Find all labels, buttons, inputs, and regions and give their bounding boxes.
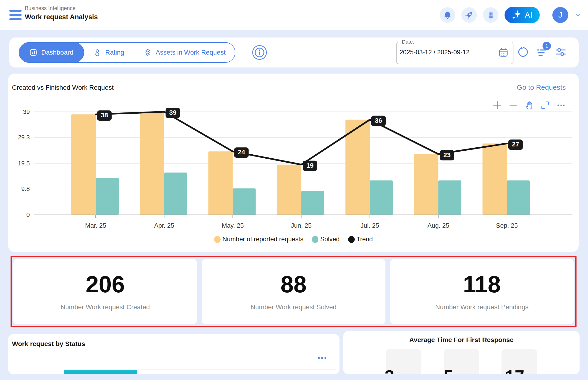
legend-dot <box>348 236 355 243</box>
tab-assets-label: Assets in Work Request <box>156 49 225 56</box>
date-range-value[interactable]: 2025-03-12 / 2025-09-12 <box>400 49 470 56</box>
kpi-pendings-value: 118 <box>463 272 501 296</box>
kpi-created-card: 206 Number Work request Created <box>13 259 197 324</box>
app-subtitle: Business Intelligence <box>25 5 98 12</box>
bar-solved-3 <box>301 191 324 215</box>
tab-rating-label: Rating <box>105 49 124 56</box>
svg-text:Sep. 25: Sep. 25 <box>496 222 518 229</box>
metric-hours-box: 5 Hours <box>444 349 479 374</box>
bar-reported-2 <box>208 151 233 215</box>
notifications-button[interactable] <box>440 7 455 23</box>
svg-text:36: 36 <box>375 117 382 124</box>
legend-item[interactable]: Trend <box>348 236 373 243</box>
launch-button[interactable] <box>461 7 477 23</box>
svg-text:Aug. 25: Aug. 25 <box>427 222 449 229</box>
bar-reported-3 <box>277 165 301 215</box>
info-icon[interactable] <box>252 45 267 60</box>
chart-legend: Number of reported requestsSolvedTrend <box>8 236 579 243</box>
toolbar: Dashboard Rating Assets in Work Request … <box>9 38 579 67</box>
page-title: Work request Analysis <box>25 13 98 21</box>
metric-hours-value: 5 <box>444 366 453 374</box>
svg-text:19: 19 <box>306 162 313 169</box>
tab-rating[interactable]: Rating <box>84 43 134 62</box>
kpi-created-label: Number Work request Created <box>61 304 150 311</box>
status-bar-track <box>64 369 336 369</box>
ai-assistant-button[interactable]: AI <box>505 7 540 23</box>
bell-icon <box>443 10 452 20</box>
svg-text:9.8: 9.8 <box>21 185 30 192</box>
average-first-response-card: Average Time For First Response 3 Day(s)… <box>343 331 580 374</box>
kpi-pendings-card: 118 Number Work request Pendings <box>390 259 574 324</box>
kpi-solved-value: 88 <box>280 272 306 296</box>
kpi-highlight-rectangle: 206 Number Work request Created 88 Numbe… <box>11 256 576 327</box>
hamburger-menu-icon[interactable] <box>9 10 21 20</box>
metric-days-box: 3 Day(s) <box>386 349 421 374</box>
legend-dot <box>312 236 318 243</box>
svg-text:39: 39 <box>169 109 177 116</box>
refresh-icon[interactable] <box>516 46 528 58</box>
svg-text:39: 39 <box>23 108 30 115</box>
status-more-dots-icon[interactable] <box>318 357 326 359</box>
bar-solved-5 <box>438 180 461 215</box>
document-icon <box>486 10 495 20</box>
bar-reported-0 <box>71 114 96 215</box>
svg-text:Jun. 25: Jun. 25 <box>291 222 312 229</box>
created-vs-finished-card: Created vs Finished Work Request Go to R… <box>8 74 579 252</box>
layers-icon <box>143 48 152 57</box>
svg-text:24: 24 <box>238 149 245 156</box>
legend-label: Number of reported requests <box>223 236 303 243</box>
metric-minutes-box: 17 m <box>502 349 537 374</box>
tab-dashboard[interactable]: Dashboard <box>19 42 84 63</box>
svg-text:0: 0 <box>26 211 30 218</box>
kpi-solved-label: Number Work request Solved <box>251 304 337 311</box>
sliders-icon[interactable] <box>555 46 567 58</box>
work-request-by-status-card: Work request by Status <box>8 334 340 374</box>
status-card-title: Work request by Status <box>12 340 85 348</box>
bar-reported-1 <box>140 112 164 215</box>
header-divider <box>546 8 546 22</box>
metric-days-value: 3 <box>385 366 394 374</box>
legend-item[interactable]: Solved <box>312 236 340 243</box>
legend-dot <box>214 236 221 243</box>
chart-title: Created vs Finished Work Request <box>12 84 114 91</box>
tab-dashboard-label: Dashboard <box>41 49 73 56</box>
filter-icon[interactable]: 1 <box>535 46 548 58</box>
svg-text:29.3: 29.3 <box>18 134 30 141</box>
bar-solved-0 <box>96 178 119 215</box>
status-bar-segment <box>64 370 137 374</box>
bar-solved-1 <box>164 172 187 215</box>
tab-assets[interactable]: Assets in Work Request <box>134 43 235 62</box>
kpi-created-value: 206 <box>86 272 125 296</box>
legend-label: Trend <box>357 236 373 243</box>
svg-text:May. 25: May. 25 <box>222 222 244 229</box>
bar-chart-icon <box>29 48 38 57</box>
kpi-solved-card: 88 Number Work request Solved <box>202 259 385 324</box>
legend-item[interactable]: Number of reported requests <box>214 236 303 243</box>
svg-text:Mar. 25: Mar. 25 <box>85 222 106 229</box>
svg-text:23: 23 <box>443 151 451 159</box>
filter-badge: 1 <box>543 42 551 50</box>
app-header: Business Intelligence Work request Analy… <box>0 0 588 30</box>
sparkle-icon <box>512 10 522 20</box>
bar-solved-2 <box>233 188 256 215</box>
ai-button-label: AI <box>525 11 532 19</box>
calendar-icon[interactable] <box>498 47 509 58</box>
docs-button[interactable] <box>483 7 498 23</box>
go-to-requests-link[interactable]: Go to Requests <box>517 83 566 91</box>
svg-text:38: 38 <box>101 112 108 119</box>
bar-solved-4 <box>370 180 393 215</box>
svg-text:Jul. 25: Jul. 25 <box>361 222 379 229</box>
date-range-field[interactable]: Date: 2025-03-12 / 2025-09-12 <box>396 39 513 64</box>
avatar[interactable]: J <box>552 7 568 23</box>
metric-minutes-value: 17 <box>505 366 524 374</box>
bar-reported-5 <box>414 154 438 215</box>
svg-text:Apr. 25: Apr. 25 <box>154 222 174 229</box>
kpi-pendings-label: Number Work request Pendings <box>435 304 528 311</box>
bar-solved-6 <box>507 180 530 215</box>
created-vs-finished-chart[interactable]: 09.819.529.339Mar. 25Apr. 25May. 25Jun. … <box>8 103 579 234</box>
svg-text:19.5: 19.5 <box>18 160 30 167</box>
chevron-down-icon[interactable] <box>574 12 581 19</box>
svg-text:27: 27 <box>512 141 519 148</box>
date-label: Date: <box>400 39 416 45</box>
bar-reported-6 <box>483 143 507 215</box>
